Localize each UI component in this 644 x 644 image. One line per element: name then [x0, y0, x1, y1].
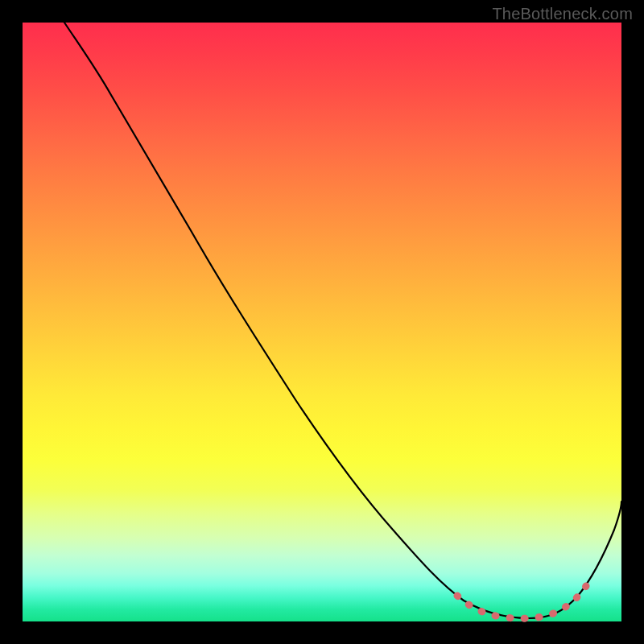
watermark-text: TheBottleneck.com: [492, 5, 633, 23]
gradient-plot-area: [23, 23, 621, 621]
highlight-markers: [457, 586, 586, 618]
curve-svg: [23, 23, 621, 621]
bottleneck-curve: [64, 23, 621, 618]
chart-frame: { "watermark": "TheBottleneck.com", "col…: [0, 0, 644, 644]
